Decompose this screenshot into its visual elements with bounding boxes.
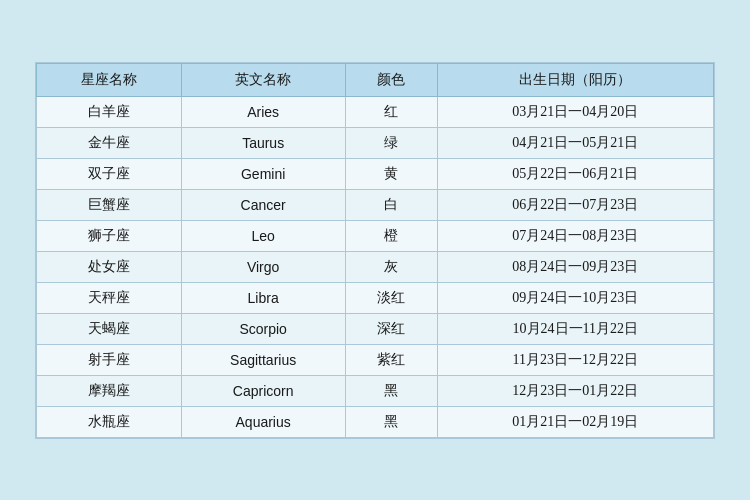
table-row: 白羊座Aries红03月21日一04月20日: [37, 96, 714, 127]
cell-birth-dates: 05月22日一06月21日: [437, 158, 713, 189]
cell-chinese-name: 白羊座: [37, 96, 182, 127]
cell-birth-dates: 06月22日一07月23日: [437, 189, 713, 220]
table-row: 双子座Gemini黄05月22日一06月21日: [37, 158, 714, 189]
cell-birth-dates: 03月21日一04月20日: [437, 96, 713, 127]
table-row: 金牛座Taurus绿04月21日一05月21日: [37, 127, 714, 158]
cell-color: 紫红: [345, 344, 437, 375]
cell-birth-dates: 01月21日一02月19日: [437, 406, 713, 437]
cell-chinese-name: 狮子座: [37, 220, 182, 251]
cell-english-name: Virgo: [181, 251, 345, 282]
table-header-row: 星座名称 英文名称 颜色 出生日期（阳历）: [37, 63, 714, 96]
header-chinese-name: 星座名称: [37, 63, 182, 96]
cell-color: 黑: [345, 406, 437, 437]
cell-color: 白: [345, 189, 437, 220]
table-row: 天蝎座Scorpio深红10月24日一11月22日: [37, 313, 714, 344]
cell-chinese-name: 双子座: [37, 158, 182, 189]
cell-birth-dates: 10月24日一11月22日: [437, 313, 713, 344]
cell-chinese-name: 天蝎座: [37, 313, 182, 344]
cell-birth-dates: 08月24日一09月23日: [437, 251, 713, 282]
cell-birth-dates: 12月23日一01月22日: [437, 375, 713, 406]
header-birth-date: 出生日期（阳历）: [437, 63, 713, 96]
cell-color: 灰: [345, 251, 437, 282]
table-row: 巨蟹座Cancer白06月22日一07月23日: [37, 189, 714, 220]
cell-chinese-name: 巨蟹座: [37, 189, 182, 220]
cell-birth-dates: 09月24日一10月23日: [437, 282, 713, 313]
cell-chinese-name: 金牛座: [37, 127, 182, 158]
cell-chinese-name: 射手座: [37, 344, 182, 375]
cell-color: 橙: [345, 220, 437, 251]
zodiac-table-wrapper: 星座名称 英文名称 颜色 出生日期（阳历） 白羊座Aries红03月21日一04…: [35, 62, 715, 439]
cell-birth-dates: 11月23日一12月22日: [437, 344, 713, 375]
cell-english-name: Cancer: [181, 189, 345, 220]
cell-color: 黄: [345, 158, 437, 189]
cell-english-name: Libra: [181, 282, 345, 313]
table-row: 处女座Virgo灰08月24日一09月23日: [37, 251, 714, 282]
table-row: 狮子座Leo橙07月24日一08月23日: [37, 220, 714, 251]
zodiac-table: 星座名称 英文名称 颜色 出生日期（阳历） 白羊座Aries红03月21日一04…: [36, 63, 714, 438]
cell-color: 绿: [345, 127, 437, 158]
cell-english-name: Leo: [181, 220, 345, 251]
cell-english-name: Aquarius: [181, 406, 345, 437]
cell-english-name: Aries: [181, 96, 345, 127]
cell-color: 淡红: [345, 282, 437, 313]
cell-chinese-name: 处女座: [37, 251, 182, 282]
cell-english-name: Sagittarius: [181, 344, 345, 375]
cell-chinese-name: 水瓶座: [37, 406, 182, 437]
header-english-name: 英文名称: [181, 63, 345, 96]
cell-color: 红: [345, 96, 437, 127]
cell-birth-dates: 04月21日一05月21日: [437, 127, 713, 158]
table-body: 白羊座Aries红03月21日一04月20日金牛座Taurus绿04月21日一0…: [37, 96, 714, 437]
cell-english-name: Gemini: [181, 158, 345, 189]
cell-english-name: Taurus: [181, 127, 345, 158]
table-row: 摩羯座Capricorn黑12月23日一01月22日: [37, 375, 714, 406]
cell-english-name: Scorpio: [181, 313, 345, 344]
table-row: 天秤座Libra淡红09月24日一10月23日: [37, 282, 714, 313]
cell-birth-dates: 07月24日一08月23日: [437, 220, 713, 251]
cell-chinese-name: 摩羯座: [37, 375, 182, 406]
table-row: 水瓶座Aquarius黑01月21日一02月19日: [37, 406, 714, 437]
cell-english-name: Capricorn: [181, 375, 345, 406]
cell-color: 深红: [345, 313, 437, 344]
cell-chinese-name: 天秤座: [37, 282, 182, 313]
table-row: 射手座Sagittarius紫红11月23日一12月22日: [37, 344, 714, 375]
header-color: 颜色: [345, 63, 437, 96]
cell-color: 黑: [345, 375, 437, 406]
